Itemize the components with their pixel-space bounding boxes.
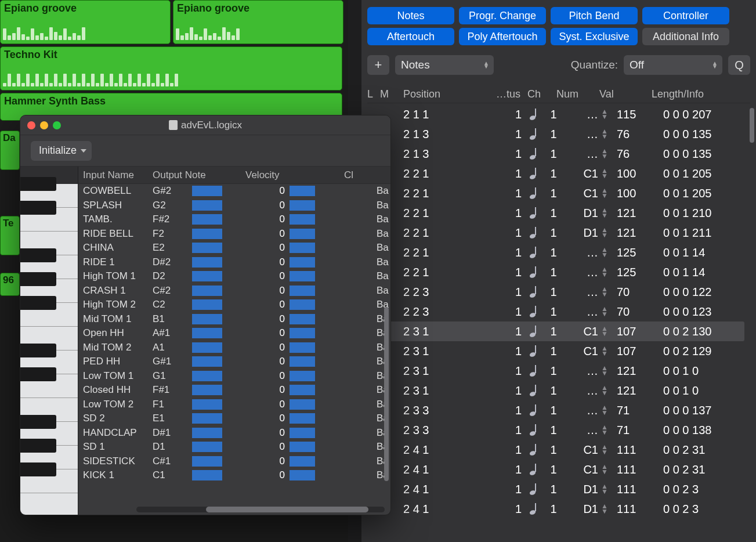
event-tus[interactable]: 1 — [496, 325, 527, 338]
event-position[interactable]: 2 2 1 — [403, 266, 496, 279]
event-length[interactable]: 0 0 0 122 — [646, 286, 744, 299]
cl-value[interactable]: Ba — [320, 256, 390, 268]
mapping-row[interactable]: Open HHA#10Ba — [78, 326, 390, 341]
event-row[interactable]: 2 2 111C1▲▼1000 0 1 205 — [367, 183, 744, 203]
event-row[interactable]: 2 2 311…▲▼700 0 0 122 — [367, 282, 744, 302]
event-row[interactable]: 2 2 111…▲▼1250 0 1 14 — [367, 243, 744, 262]
input-name[interactable]: RIDE BELL — [83, 228, 153, 240]
cl-value[interactable]: Ba — [320, 185, 390, 197]
mapping-row[interactable]: HANDCLAPD#10Ba — [78, 426, 390, 440]
event-row[interactable]: 2 1 111…▲▼1150 0 0 207 — [367, 104, 744, 124]
event-ch[interactable]: 1 — [539, 345, 568, 358]
input-name[interactable]: KICK 1 — [83, 469, 153, 481]
mapping-row[interactable]: CHINAE20Ba — [78, 241, 390, 255]
mapping-row[interactable]: RIDE BELLF20Ba — [78, 227, 390, 241]
velocity-bar[interactable] — [285, 229, 320, 239]
stepper-icon[interactable]: ▲▼ — [598, 247, 611, 258]
velocity-bar[interactable] — [285, 428, 320, 438]
event-row[interactable]: 2 2 111D1▲▼1210 0 1 210 — [367, 203, 744, 223]
output-note[interactable]: A#1 — [153, 327, 192, 339]
input-name[interactable]: HANDCLAP — [83, 427, 153, 439]
mapping-row[interactable]: Mid TOM 2A10Ba — [78, 341, 390, 355]
velocity-value[interactable]: 0 — [267, 469, 285, 481]
event-val[interactable]: 76 — [611, 128, 646, 141]
event-ch[interactable]: 1 — [539, 266, 568, 279]
event-val[interactable]: 121 — [611, 226, 646, 240]
stepper-icon[interactable]: ▲▼ — [598, 484, 611, 494]
cl-value[interactable]: Ba — [320, 327, 390, 339]
event-position[interactable]: 2 4 1 — [403, 463, 496, 476]
mapping-row[interactable]: SPLASHG20Ba — [78, 198, 390, 213]
note-bar[interactable] — [192, 356, 267, 367]
velocity-bar[interactable] — [285, 186, 320, 196]
event-length[interactable]: 0 0 2 129 — [646, 345, 744, 358]
event-num[interactable]: D1 — [568, 503, 598, 516]
col-ch[interactable]: Ch — [527, 88, 556, 100]
window-titlebar[interactable]: advEvL.logicx — [20, 115, 390, 135]
velocity-value[interactable]: 0 — [267, 399, 285, 410]
input-name[interactable]: COWBELL — [83, 185, 153, 197]
event-length[interactable]: 0 0 2 31 — [646, 463, 744, 476]
event-row[interactable]: 2 4 111D1▲▼1110 0 2 3 — [367, 499, 744, 519]
event-num[interactable]: C1 — [568, 325, 598, 338]
event-row[interactable]: 2 4 111C1▲▼1110 0 2 31 — [367, 440, 744, 460]
event-val[interactable]: 125 — [611, 246, 646, 259]
mapping-row[interactable]: Closed HHF#10Ba — [78, 383, 390, 398]
event-num[interactable]: C1 — [568, 345, 598, 358]
output-note[interactable]: D#2 — [153, 256, 192, 268]
mapping-row[interactable]: CRASH 1C#20Ba — [78, 284, 390, 298]
event-tus[interactable]: 1 — [496, 364, 527, 378]
velocity-value[interactable]: 0 — [267, 285, 285, 297]
event-position[interactable]: 2 4 1 — [403, 503, 496, 516]
event-length[interactable]: 0 0 2 130 — [646, 325, 744, 338]
stepper-icon[interactable]: ▲▼ — [598, 405, 611, 415]
velocity-value[interactable]: 0 — [267, 456, 285, 467]
mapping-row[interactable]: Mid TOM 1B10Ba — [78, 312, 390, 327]
output-note[interactable]: C#2 — [153, 285, 192, 297]
output-note[interactable]: G1 — [153, 370, 192, 382]
note-bar[interactable] — [192, 314, 267, 324]
velocity-bar[interactable] — [285, 271, 320, 281]
event-ch[interactable]: 1 — [539, 305, 568, 319]
cl-value[interactable]: Ba — [320, 356, 390, 367]
note-bar[interactable] — [192, 271, 267, 281]
velocity-bar[interactable] — [285, 257, 320, 268]
event-length[interactable]: 0 0 1 14 — [646, 246, 744, 259]
event-val[interactable]: 121 — [611, 207, 646, 220]
black-key[interactable] — [20, 367, 56, 381]
input-name[interactable]: Mid TOM 2 — [83, 342, 153, 353]
event-length[interactable]: 0 0 2 3 — [646, 483, 744, 496]
black-key[interactable] — [20, 439, 56, 453]
event-position[interactable]: 2 3 1 — [403, 345, 496, 358]
note-bar[interactable] — [192, 200, 267, 211]
event-length[interactable]: 0 0 0 135 — [646, 128, 744, 141]
input-name[interactable]: CRASH 1 — [83, 285, 153, 297]
note-bar[interactable] — [192, 399, 267, 410]
event-ch[interactable]: 1 — [539, 424, 568, 437]
velocity-bar[interactable] — [285, 243, 320, 253]
input-name[interactable]: SD 1 — [83, 441, 153, 453]
event-row[interactable]: 2 3 311…▲▼710 0 0 138 — [367, 420, 744, 440]
input-name[interactable]: SIDESTICK — [83, 456, 153, 467]
event-position[interactable]: 2 3 1 — [403, 384, 496, 398]
filter-controller[interactable]: Controller — [642, 7, 729, 24]
event-ch[interactable]: 1 — [539, 167, 568, 180]
mapping-row[interactable]: COWBELLG#20Ba — [78, 184, 390, 198]
event-val[interactable]: 70 — [611, 286, 646, 299]
mapping-body[interactable]: COWBELLG#20BaSPLASHG20BaTAMB.F#20BaRIDE … — [78, 184, 390, 504]
filter-additional-info[interactable]: Additional Info — [642, 28, 729, 45]
cl-value[interactable]: Ba — [320, 270, 390, 282]
event-num[interactable]: D1 — [568, 226, 598, 240]
stepper-icon[interactable]: ▲▼ — [598, 188, 611, 198]
cl-value[interactable]: Ba — [320, 384, 390, 396]
event-num[interactable]: C1 — [568, 443, 598, 457]
event-length[interactable]: 0 0 1 14 — [646, 266, 744, 279]
event-tus[interactable]: 1 — [496, 443, 527, 457]
event-val[interactable]: 115 — [611, 108, 646, 121]
velocity-value[interactable]: 0 — [267, 313, 285, 325]
mapping-row[interactable]: SD 2E10Ba — [78, 411, 390, 426]
event-position[interactable]: 2 4 1 — [403, 443, 496, 457]
event-ch[interactable]: 1 — [539, 286, 568, 299]
event-tus[interactable]: 1 — [496, 345, 527, 358]
mapping-row[interactable]: RIDE 1D#20Ba — [78, 255, 390, 270]
